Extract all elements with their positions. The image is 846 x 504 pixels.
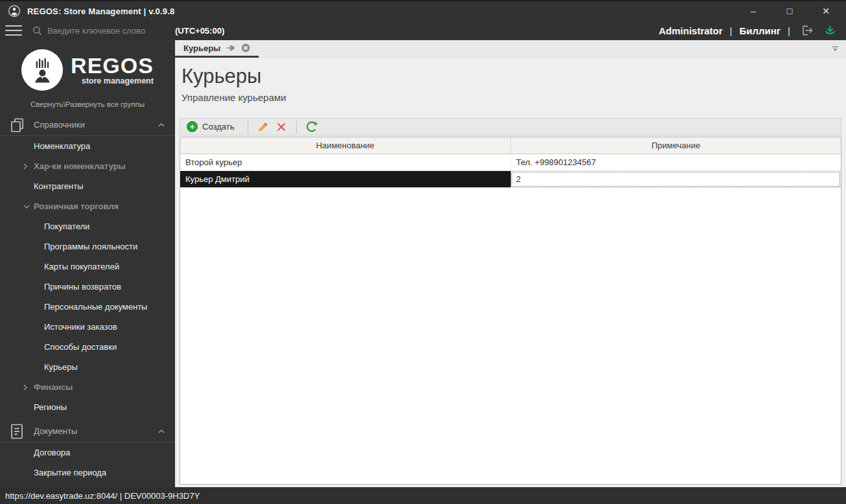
sidebar-item-sposoby-dostavki[interactable]: Способы доставки bbox=[0, 337, 175, 357]
sidebar-item-personalnye-dokumenty[interactable]: Персональные документы bbox=[0, 297, 175, 317]
sidebar-item-prichiny-vozvratov[interactable]: Причины возвратов bbox=[0, 277, 175, 297]
maximize-icon[interactable]: □ bbox=[779, 6, 801, 16]
regos-logo: REGOS store management bbox=[0, 49, 175, 91]
table-header-row: Наименование Примечание bbox=[180, 137, 841, 154]
sidebar-group-dokumenty[interactable]: Документы bbox=[0, 420, 175, 442]
sidebar: REGOS store management Свернуть\Разверну… bbox=[0, 40, 175, 487]
separator: | bbox=[730, 25, 733, 36]
edit-icon[interactable] bbox=[254, 120, 272, 133]
topbar-search-area bbox=[0, 25, 175, 36]
titlebar: REGOS: Store Management | v.0.9.8 – □ ✕ bbox=[0, 0, 846, 21]
timezone-label: (UTC+05:00) bbox=[175, 26, 224, 36]
delete-icon[interactable] bbox=[272, 121, 290, 133]
page-title: Курьеры bbox=[182, 64, 840, 88]
document-icon bbox=[9, 423, 25, 440]
table-empty-area bbox=[180, 188, 841, 484]
sidebar-item-pokupateli[interactable]: Покупатели bbox=[0, 216, 175, 236]
refresh-icon[interactable] bbox=[303, 120, 321, 133]
connection-info: https://dev.easytrade.uz:8044/ | DEV0000… bbox=[5, 491, 200, 501]
toolbar: + Создать bbox=[180, 118, 841, 135]
sidebar-item-kuryery[interactable]: Курьеры bbox=[0, 357, 175, 377]
sidebar-group-label: Документы bbox=[34, 426, 77, 436]
current-user-label[interactable]: Administrator bbox=[659, 25, 722, 36]
sidebar-item-harki-nomenklatury[interactable]: Хар-ки номенклатуры bbox=[0, 156, 175, 176]
billing-link[interactable]: Биллинг bbox=[740, 25, 781, 36]
page-subtitle: Управление курьерами bbox=[182, 92, 840, 103]
cell-name: Курьер Дмитрий bbox=[180, 171, 511, 187]
sidebar-item-karty-pokupateley[interactable]: Карты покупателей bbox=[0, 257, 175, 277]
logo-tagline: store management bbox=[71, 76, 154, 86]
cell-note: Тел. +998901234567 bbox=[511, 154, 841, 170]
couriers-table: Наименование Примечание Второй курьер Те… bbox=[180, 137, 841, 485]
sidebar-item-regiony[interactable]: Регионы bbox=[0, 397, 175, 417]
minimize-icon[interactable]: – bbox=[742, 6, 764, 16]
app-window: REGOS: Store Management | v.0.9.8 – □ ✕ … bbox=[0, 0, 846, 504]
plus-icon: + bbox=[187, 121, 198, 132]
topbar-right: (UTC+05:00) Administrator | Биллинг | bbox=[175, 24, 846, 37]
tab-list-dropdown-icon[interactable] bbox=[831, 45, 840, 52]
app-logo-icon bbox=[8, 5, 21, 17]
toolbar-separator bbox=[248, 120, 248, 133]
chevron-right-icon bbox=[23, 163, 27, 170]
main-content: Курьеры Курьеры Управление курьерами bbox=[175, 40, 846, 487]
tabstrip: Курьеры bbox=[175, 40, 846, 58]
sidebar-group-label: Справочники bbox=[34, 120, 85, 130]
menu-toggle-icon[interactable] bbox=[5, 25, 22, 36]
topbar: (UTC+05:00) Administrator | Биллинг | bbox=[0, 21, 846, 40]
catalog-icon bbox=[9, 117, 26, 133]
close-icon[interactable]: ✕ bbox=[815, 6, 837, 16]
logo-wordmark: REGOS bbox=[71, 55, 154, 76]
column-header-note[interactable]: Примечание bbox=[511, 137, 841, 154]
pin-icon[interactable] bbox=[226, 43, 235, 52]
chevron-down-icon bbox=[23, 205, 30, 209]
sidebar-item-programmy-loyalnosti[interactable]: Программы лояльности bbox=[0, 236, 175, 257]
sidebar-item-clipped[interactable]: Кассы bbox=[0, 483, 175, 487]
chevron-up-icon bbox=[158, 123, 165, 127]
table-row-selected[interactable]: Курьер Дмитрий 2 bbox=[180, 171, 841, 188]
cell-note-focused[interactable]: 2 bbox=[511, 171, 841, 187]
window-controls: – □ ✕ bbox=[728, 6, 846, 16]
sidebar-menu: Справочники Номенклатура Хар-ки номенкла… bbox=[0, 114, 175, 487]
download-icon[interactable] bbox=[823, 24, 837, 37]
window-title: REGOS: Store Management | v.0.9.8 bbox=[27, 6, 174, 16]
sidebar-group-spravochniki[interactable]: Справочники bbox=[0, 114, 175, 136]
statusbar: https://dev.easytrade.uz:8044/ | DEV0000… bbox=[0, 487, 846, 504]
logout-icon[interactable] bbox=[800, 24, 814, 37]
page-header: Курьеры Управление курьерами bbox=[175, 58, 846, 118]
column-header-name[interactable]: Наименование bbox=[180, 137, 511, 154]
create-button-label: Создать bbox=[202, 122, 234, 132]
search-input[interactable] bbox=[47, 26, 154, 36]
table-row[interactable]: Второй курьер Тел. +998901234567 bbox=[180, 154, 841, 171]
regos-logo-icon bbox=[21, 49, 63, 91]
toolbar-separator bbox=[296, 120, 297, 133]
separator: | bbox=[788, 25, 790, 36]
cell-name: Второй курьер bbox=[180, 154, 511, 170]
collapse-all-link[interactable]: Свернуть\Развернуть все группы bbox=[0, 100, 175, 110]
sidebar-item-dogovora[interactable]: Договора bbox=[0, 442, 175, 463]
sidebar-item-nomenklatura[interactable]: Номенклатура bbox=[0, 136, 175, 156]
sidebar-item-kontragenty[interactable]: Контрагенты bbox=[0, 176, 175, 196]
chevron-right-icon bbox=[23, 384, 27, 391]
sidebar-item-zakrytie-perioda[interactable]: Закрытие периода bbox=[0, 463, 175, 483]
chevron-up-icon bbox=[158, 430, 165, 433]
create-button[interactable]: + Создать bbox=[184, 121, 242, 132]
sidebar-item-finansy[interactable]: Финансы bbox=[0, 377, 175, 397]
search-icon bbox=[32, 26, 42, 36]
tab-label: Курьеры bbox=[183, 43, 220, 53]
sidebar-item-roznichnaya-torgovlya[interactable]: Розничная торговля bbox=[0, 196, 175, 216]
sidebar-item-istochniki-zakazov[interactable]: Источники заказов bbox=[0, 317, 175, 337]
close-tab-icon[interactable] bbox=[241, 43, 250, 52]
tab-kuryery[interactable]: Курьеры bbox=[175, 40, 259, 58]
